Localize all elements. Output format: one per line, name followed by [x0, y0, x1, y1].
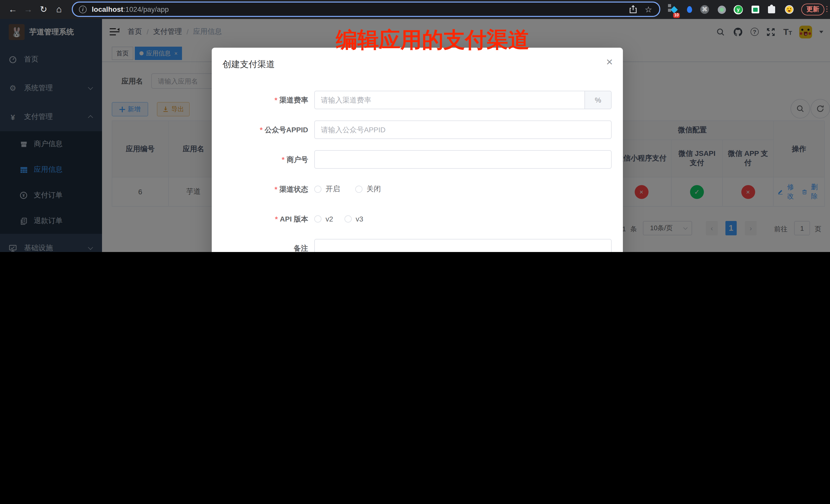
dialog-title: 创建支付渠道: [223, 58, 275, 70]
browser-forward-icon[interactable]: →: [21, 4, 36, 14]
url-text: localhost:1024/pay/app: [92, 5, 169, 13]
extension-balloon-icon[interactable]: [687, 0, 692, 19]
extensions-puzzle-icon[interactable]: [768, 0, 775, 19]
api-v3-radio[interactable]: v3: [345, 215, 363, 223]
share-icon[interactable]: [629, 5, 636, 13]
remark-label: 备注: [294, 244, 308, 252]
mch-input[interactable]: [315, 151, 611, 168]
form-row-api: *API 版本 v2 v3: [212, 210, 623, 228]
extension-command-icon[interactable]: ⌘: [700, 0, 709, 19]
extension-badge: 10: [673, 13, 680, 18]
address-bar[interactable]: i localhost:1024/pay/app ☆: [72, 2, 660, 17]
extension-record-icon[interactable]: [718, 0, 726, 19]
form-row-status: *渠道状态 开启 关闭: [212, 180, 623, 198]
appid-input[interactable]: [315, 121, 611, 138]
extension-diamond-icon[interactable]: 10: [668, 0, 677, 19]
close-icon[interactable]: ✕: [606, 57, 613, 68]
form-row-mch: *商户号: [212, 150, 623, 169]
appid-label: 公众号APPID: [264, 126, 308, 134]
form-row-appid: *公众号APPID: [212, 121, 623, 139]
api-label: API 版本: [280, 215, 308, 223]
bookmark-star-icon[interactable]: ☆: [645, 4, 652, 14]
browser-update-button[interactable]: 更新: [801, 4, 824, 15]
remark-input[interactable]: [315, 240, 611, 252]
rate-label: 渠道费率: [279, 96, 308, 104]
browser-back-icon[interactable]: ←: [5, 4, 21, 14]
annotation-title: 编辑应用的支付渠道: [336, 26, 530, 54]
rate-input[interactable]: [315, 91, 584, 109]
percent-suffix: %: [584, 91, 611, 109]
radio-circle-icon: [355, 186, 362, 193]
radio-circle-icon: [314, 186, 321, 193]
api-v2-radio[interactable]: v2: [314, 215, 333, 223]
mch-label: 商户号: [287, 155, 308, 163]
site-info-icon[interactable]: i: [79, 5, 87, 13]
screen: ← → ↻ ⌂ i localhost:1024/pay/app ☆ 10 ⌘: [0, 0, 830, 252]
radio-circle-icon: [314, 215, 321, 222]
browser-reload-icon[interactable]: ↻: [36, 4, 51, 15]
radio-circle-icon: [345, 215, 352, 222]
form-row-rate: *渠道费率 %: [212, 91, 623, 109]
status-close-radio[interactable]: 关闭: [355, 185, 381, 194]
status-label: 渠道状态: [279, 185, 308, 193]
create-channel-dialog: 创建支付渠道 ✕ *渠道费率 % *公众号APPID *商户号 *渠: [212, 48, 623, 252]
status-open-radio[interactable]: 开启: [314, 185, 340, 194]
form-row-remark: 备注: [212, 239, 623, 252]
browser-home-icon[interactable]: ⌂: [51, 4, 67, 15]
profile-avatar-icon[interactable]: [785, 0, 794, 19]
extension-chat-icon[interactable]: [752, 0, 759, 19]
browser-menu-icon[interactable]: ⋮: [823, 5, 830, 13]
browser-toolbar: ← → ↻ ⌂ i localhost:1024/pay/app ☆ 10 ⌘: [0, 0, 830, 19]
extension-y-icon[interactable]: y: [734, 0, 743, 19]
